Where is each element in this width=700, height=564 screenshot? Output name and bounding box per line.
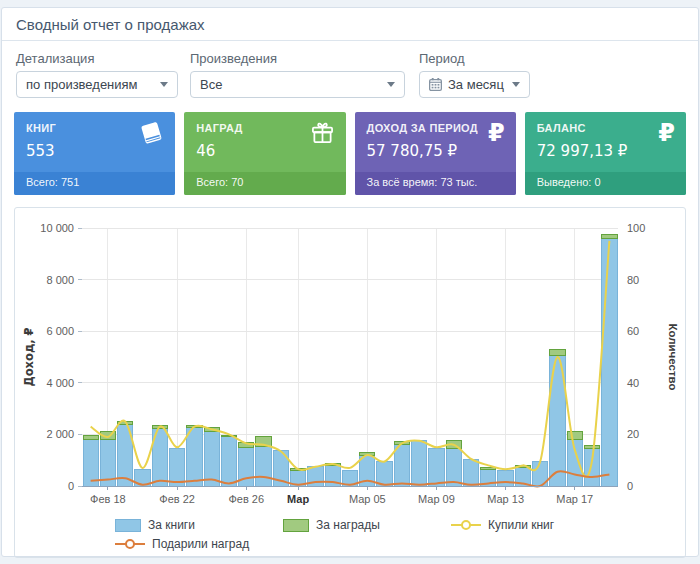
calendar-icon [429, 78, 442, 91]
panel-header: Сводный отчет о продажах [2, 8, 698, 41]
svg-text:Фев 22: Фев 22 [159, 493, 195, 505]
card-value: 72 997,13 ₽ [537, 142, 674, 160]
svg-text:20: 20 [627, 428, 639, 440]
card-title: БАЛАНС [537, 122, 674, 134]
svg-text:10 000: 10 000 [40, 222, 74, 234]
svg-text:Мар 13: Мар 13 [487, 493, 524, 505]
svg-text:80: 80 [627, 274, 639, 286]
detail-select-value: по произведениям [26, 77, 138, 92]
filters-bar: Детализация по произведениям Произведени… [2, 41, 698, 111]
detail-filter: Детализация по произведениям [16, 51, 178, 98]
stat-card-balance: БАЛАНС 72 997,13 ₽ ₽ Выведено: 0 [525, 112, 686, 195]
card-title: ДОХОД ЗА ПЕРИОД [367, 122, 504, 134]
svg-text:Мар 17: Мар 17 [556, 493, 593, 505]
chart-container: 002 000204 000406 000608 0008010 000100Ф… [14, 207, 686, 558]
chevron-down-icon [387, 82, 395, 87]
card-footer: За всё время: 73 тыс. [355, 172, 516, 195]
card-footer: Всего: 751 [14, 172, 175, 195]
works-select-value: Все [200, 77, 222, 92]
legend-label: За книги [148, 518, 195, 532]
period-button[interactable]: За месяц [419, 71, 530, 98]
svg-text:0: 0 [627, 480, 633, 492]
chevron-down-icon [512, 82, 520, 87]
book-icon [138, 121, 164, 150]
chevron-down-icon [160, 82, 168, 87]
card-footer: Выведено: 0 [525, 172, 686, 195]
awards-legend-swatch [283, 519, 309, 532]
svg-text:Фев 26: Фев 26 [228, 493, 264, 505]
legend-item-awards-gifted[interactable]: Подарили наград [115, 537, 249, 551]
legend-item-books[interactable]: За книги [115, 518, 283, 532]
detail-select[interactable]: по произведениям [16, 71, 178, 98]
books-legend-swatch [115, 519, 141, 532]
period-filter: Период За месяц [419, 51, 530, 98]
legend-label: Купили книг [488, 518, 554, 532]
ruble-icon: ₽ [658, 121, 675, 145]
svg-text:Доход, ₽: Доход, ₽ [22, 327, 36, 386]
svg-text:Мар 05: Мар 05 [349, 493, 386, 505]
svg-text:Мар 09: Мар 09 [418, 493, 455, 505]
awards-gifted-legend-swatch [115, 537, 145, 551]
sales-report-panel: Сводный отчет о продажах Детализация по … [1, 7, 699, 557]
stat-card-books: КНИГ 553 Всего: 751 [14, 112, 175, 195]
svg-text:4 000: 4 000 [46, 377, 74, 389]
page-title: Сводный отчет о продажах [16, 16, 684, 33]
works-select[interactable]: Все [190, 71, 405, 98]
svg-text:100: 100 [627, 222, 645, 234]
card-footer: Всего: 70 [184, 172, 345, 195]
svg-text:Фев 18: Фев 18 [90, 493, 126, 505]
ruble-icon: ₽ [488, 121, 505, 145]
period-button-value: За месяц [448, 77, 504, 92]
svg-text:0: 0 [68, 480, 74, 492]
books-bought-legend-swatch [451, 518, 481, 532]
detail-filter-label: Детализация [16, 51, 178, 66]
svg-text:6 000: 6 000 [46, 325, 74, 337]
works-filter-label: Произведения [190, 51, 405, 66]
stat-card-awards: НАГРАД 46 Всего: 70 [184, 112, 345, 195]
svg-text:8 000: 8 000 [46, 274, 74, 286]
stat-card-period-income: ДОХОД ЗА ПЕРИОД 57 780,75 ₽ ₽ За всё вре… [355, 112, 516, 195]
svg-text:40: 40 [627, 377, 639, 389]
stat-cards: КНИГ 553 Всего: 751 НАГРАД 46 [14, 112, 686, 195]
period-filter-label: Период [419, 51, 530, 66]
card-value: 57 780,75 ₽ [367, 142, 504, 160]
svg-text:Количество: Количество [667, 323, 679, 390]
legend-label: Подарили наград [152, 537, 249, 551]
gift-icon [310, 121, 335, 149]
sales-chart[interactable]: 002 000204 000406 000608 0008010 000100Ф… [20, 216, 680, 514]
legend-item-awards[interactable]: За награды [283, 518, 451, 532]
legend-label: За награды [316, 518, 380, 532]
works-filter: Произведения Все [190, 51, 405, 98]
svg-text:2 000: 2 000 [46, 428, 74, 440]
svg-text:60: 60 [627, 325, 639, 337]
svg-text:Мар: Мар [287, 493, 309, 505]
legend-item-books-bought[interactable]: Купили книг [451, 518, 619, 532]
chart-legend: За книги За награды Купили книг Подарили… [20, 518, 680, 551]
